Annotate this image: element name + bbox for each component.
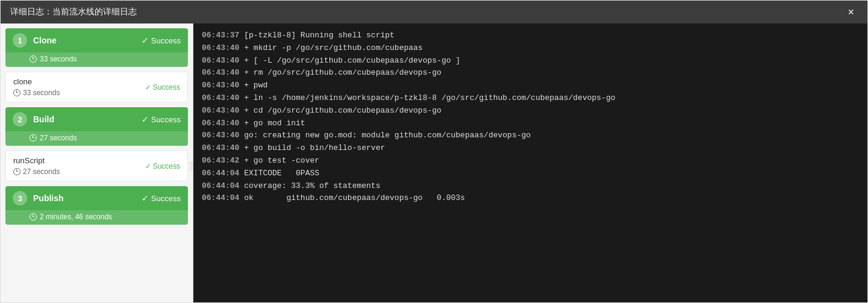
log-line: 06:43:40 + go build -o bin/hello-server <box>202 142 859 155</box>
log-time: 06:43:40 <box>202 68 239 77</box>
step-clone-duration-text: 33 seconds <box>23 89 60 97</box>
step-runscript-duration-text: 27 seconds <box>23 167 60 176</box>
stage-3-number: 3 <box>13 191 27 205</box>
stage-2-name: Build <box>33 114 54 124</box>
stage-2-status: ✓ Success <box>142 114 181 124</box>
stage-1-status-label: Success <box>151 36 181 45</box>
log-time: 06:43:42 <box>202 156 239 165</box>
log-cmd: + ln -s /home/jenkins/workspace/p-tzkl8-… <box>239 93 615 102</box>
step-runscript[interactable]: runScript 27 seconds ✓ Success <box>5 151 188 181</box>
step-clone-duration: 33 seconds <box>13 89 60 97</box>
log-line: 06:44:04 ok github.com/cubepaas/devops-g… <box>202 192 859 205</box>
step-clone[interactable]: clone 33 seconds ✓ Success <box>5 72 188 102</box>
modal-container: 详细日志：当前流水线的详细日志 × 1 Clone ✓ Success <box>0 0 868 303</box>
stage-3-clock-icon <box>30 213 37 220</box>
log-line: 06:43:37 [p-tzkl8-8] Running shell scrip… <box>202 30 859 42</box>
log-time: 06:44:04 <box>202 169 239 178</box>
log-line: 06:44:04 coverage: 33.3% of statements <box>202 180 859 193</box>
log-cmd: coverage: 33.3% of statements <box>239 181 380 190</box>
stage-3-name: Publish <box>33 193 64 203</box>
log-time: 06:43:40 <box>202 106 239 115</box>
log-time: 06:44:04 <box>202 181 239 190</box>
log-cmd: + mkdir -p /go/src/github.com/cubepaas <box>239 43 422 52</box>
terminal-output[interactable]: 06:43:37 [p-tzkl8-8] Running shell scrip… <box>193 23 867 302</box>
right-panel: 06:43:37 [p-tzkl8-8] Running shell scrip… <box>193 23 867 302</box>
log-time: 06:44:04 <box>202 193 239 202</box>
log-cmd: + go test -cover <box>239 156 319 165</box>
log-line: 06:43:40 + ln -s /home/jenkins/workspace… <box>202 92 859 105</box>
stage-1-name: Clone <box>33 36 57 45</box>
stage-1-status: ✓ Success <box>142 36 181 45</box>
stage-2-check-icon: ✓ <box>142 114 149 124</box>
log-cmd: EXITCODE 0PASS <box>239 169 319 178</box>
log-cmd: ok github.com/cubepaas/devops-go 0.003s <box>239 193 464 202</box>
step-clone-status-label: Success <box>153 83 180 92</box>
log-cmd: + go build -o bin/hello-server <box>239 143 385 152</box>
stage-publish: 3 Publish ✓ Success 2 minutes, 46 second… <box>5 186 188 225</box>
stage-1-number: 1 <box>13 33 27 48</box>
stage-1-duration: 33 seconds <box>5 52 188 67</box>
stage-3-duration: 2 minutes, 46 seconds <box>5 210 188 225</box>
log-time: 06:43:40 <box>202 143 239 152</box>
stage-1-check-icon: ✓ <box>142 36 149 45</box>
stage-build: 2 Build ✓ Success 27 seconds <box>5 107 188 146</box>
log-cmd: + go mod init <box>239 119 305 128</box>
stage-3-check-icon: ✓ <box>142 193 149 203</box>
log-line: 06:43:40 + [ -L /go/src/github.com/cubep… <box>202 55 859 67</box>
stage-2-clock-icon <box>30 134 37 142</box>
log-time: 06:43:40 <box>202 81 239 90</box>
stage-build-header[interactable]: 2 Build ✓ Success <box>5 107 188 131</box>
log-cmd: + cd /go/src/github.com/cubepaas/devops-… <box>239 106 441 115</box>
log-cmd: go: creating new go.mod: module github.c… <box>239 131 531 140</box>
close-button[interactable]: × <box>844 5 858 19</box>
log-line: 06:43:40 + cd /go/src/github.com/cubepaa… <box>202 105 859 117</box>
stage-1-duration-text: 33 seconds <box>40 55 76 63</box>
log-line: 06:43:40 go: creating new go.mod: module… <box>202 130 859 142</box>
log-time: 06:43:40 <box>202 119 239 128</box>
log-time: 06:43:40 <box>202 56 239 65</box>
stage-3-duration-text: 2 minutes, 46 seconds <box>40 213 112 221</box>
step-runscript-left: runScript 27 seconds <box>13 156 60 176</box>
step-runscript-duration: 27 seconds <box>13 167 60 176</box>
log-line: 06:43:40 + pwd <box>202 80 859 92</box>
stage-1-clock-icon <box>30 55 37 63</box>
log-line: 06:43:40 + rm /go/src/github.com/cubepaa… <box>202 67 859 80</box>
stage-clone: 1 Clone ✓ Success 33 seconds <box>5 28 188 67</box>
step-clone-left: clone 33 seconds <box>13 77 60 97</box>
stage-2-status-label: Success <box>151 115 181 124</box>
log-time: 06:43:40 <box>202 93 239 102</box>
log-line: 06:43:40 + mkdir -p /go/src/github.com/c… <box>202 42 859 55</box>
step-clone-name: clone <box>13 77 60 86</box>
log-line: 06:44:04 EXITCODE 0PASS <box>202 167 859 180</box>
stage-3-status-label: Success <box>151 194 181 203</box>
log-line: 06:43:42 + go test -cover <box>202 155 859 167</box>
step-clone-status: ✓ Success <box>145 83 180 92</box>
log-cmd: + pwd <box>239 81 267 90</box>
step-runscript-status-label: Success <box>153 162 180 170</box>
modal-body: 1 Clone ✓ Success 33 seconds cl <box>1 23 867 302</box>
step-runscript-status: ✓ Success <box>145 162 180 170</box>
log-cmd: [p-tzkl8-8] Running shell script <box>239 31 394 40</box>
log-time: 06:43:40 <box>202 43 239 52</box>
stage-3-status: ✓ Success <box>142 193 181 203</box>
log-cmd: + rm /go/src/github.com/cubepaas/devops-… <box>239 68 441 77</box>
log-line: 06:43:40 + go mod init <box>202 117 859 130</box>
log-time: 06:43:40 <box>202 131 239 140</box>
step-runscript-check-icon: ✓ <box>145 162 151 170</box>
step-clone-clock-icon <box>13 89 20 96</box>
modal-title: 详细日志：当前流水线的详细日志 <box>10 7 137 17</box>
stage-2-duration-text: 27 seconds <box>40 134 76 142</box>
stage-2-duration: 27 seconds <box>5 131 188 146</box>
left-panel: 1 Clone ✓ Success 33 seconds cl <box>1 23 193 302</box>
step-runscript-name: runScript <box>13 156 60 165</box>
modal-header: 详细日志：当前流水线的详细日志 × <box>1 1 867 23</box>
stage-clone-header[interactable]: 1 Clone ✓ Success <box>5 28 188 52</box>
log-time: 06:43:37 <box>202 31 239 40</box>
stage-2-number: 2 <box>13 112 27 127</box>
stage-publish-header[interactable]: 3 Publish ✓ Success <box>5 186 188 210</box>
step-clone-check-icon: ✓ <box>145 83 151 92</box>
step-runscript-clock-icon <box>13 168 20 175</box>
log-cmd: + [ -L /go/src/github.com/cubepaas/devop… <box>239 56 460 65</box>
